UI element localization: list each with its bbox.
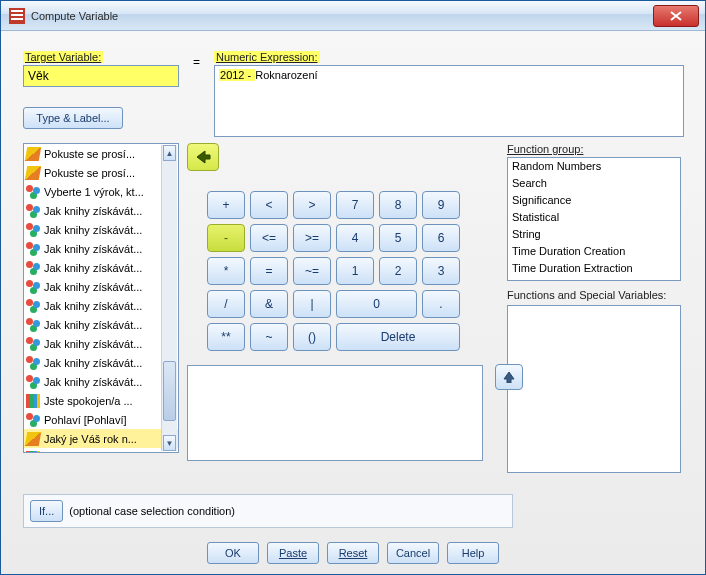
variable-item[interactable]: Vyberte 1 výrok, kt... bbox=[24, 182, 178, 201]
function-group-item[interactable]: Significance bbox=[508, 192, 680, 209]
function-group-item[interactable]: String bbox=[508, 226, 680, 243]
ok-button[interactable]: OK bbox=[207, 542, 259, 564]
function-group-item[interactable]: Time Duration Extraction bbox=[508, 260, 680, 277]
keypad-key-op[interactable]: < bbox=[250, 191, 288, 219]
keypad-key-op[interactable]: + bbox=[207, 191, 245, 219]
nominal-icon bbox=[26, 223, 40, 237]
keypad-key-op[interactable]: & bbox=[250, 290, 288, 318]
keypad-key-op[interactable]: * bbox=[207, 257, 245, 285]
keypad-key-op[interactable]: | bbox=[293, 290, 331, 318]
keypad-key-9[interactable]: 9 bbox=[422, 191, 460, 219]
variable-item[interactable]: Jaký je Váš rok n... bbox=[24, 429, 178, 448]
variable-label: Jak knihy získávát... bbox=[44, 281, 142, 293]
variable-item[interactable]: Jak knihy získávát... bbox=[24, 372, 178, 391]
scroll-down-icon[interactable]: ▼ bbox=[163, 435, 176, 451]
dialog-button-row: OK Paste Reset Cancel Help bbox=[1, 542, 705, 564]
insert-function-button[interactable] bbox=[495, 364, 523, 390]
function-group-item[interactable]: Statistical bbox=[508, 209, 680, 226]
keypad-key-op[interactable]: = bbox=[250, 257, 288, 285]
keypad-key-7[interactable]: 7 bbox=[336, 191, 374, 219]
keypad-key-op[interactable]: / bbox=[207, 290, 245, 318]
functions-special-list[interactable] bbox=[507, 305, 681, 473]
variable-label: Jak knihy získávát... bbox=[44, 300, 142, 312]
title-bar[interactable]: Compute Variable bbox=[1, 1, 705, 31]
close-icon bbox=[670, 11, 682, 21]
cancel-button[interactable]: Cancel bbox=[387, 542, 439, 564]
reset-button[interactable]: Reset bbox=[327, 542, 379, 564]
keypad-key-5[interactable]: 5 bbox=[379, 224, 417, 252]
variable-list[interactable]: Pokuste se prosí...Pokuste se prosí...Vy… bbox=[23, 143, 179, 453]
type-and-label-button[interactable]: Type & Label... bbox=[23, 107, 123, 129]
variable-label: Jaký je Váš rok n... bbox=[44, 433, 137, 445]
keypad-key-2[interactable]: 2 bbox=[379, 257, 417, 285]
variable-label: Pokuste se prosí... bbox=[44, 148, 135, 160]
keypad-key-op[interactable]: . bbox=[422, 290, 460, 318]
variable-item[interactable]: Pokuste se prosí... bbox=[24, 144, 178, 163]
variable-label: Vyberte 1 výrok, kt... bbox=[44, 186, 144, 198]
keypad-key-3[interactable]: 3 bbox=[422, 257, 460, 285]
keypad-key-op[interactable]: > bbox=[293, 191, 331, 219]
keypad-key-op[interactable]: - bbox=[207, 224, 245, 252]
variable-label: Jak knihy získávát... bbox=[44, 243, 142, 255]
scroll-up-icon[interactable]: ▲ bbox=[163, 145, 176, 161]
close-button[interactable] bbox=[653, 5, 699, 27]
help-button[interactable]: Help bbox=[447, 542, 499, 564]
keypad-key-opop[interactable]: ~= bbox=[293, 257, 331, 285]
bars-icon bbox=[26, 394, 40, 408]
variable-list-scrollbar[interactable]: ▲ ▼ bbox=[161, 145, 177, 451]
nominal-icon bbox=[26, 318, 40, 332]
variable-item[interactable]: Jak knihy získávát... bbox=[24, 277, 178, 296]
keypad-key-1[interactable]: 1 bbox=[336, 257, 374, 285]
nominal-icon bbox=[26, 413, 40, 427]
dialog-content: Target Variable: Type & Label... = Numer… bbox=[1, 31, 705, 574]
nominal-icon bbox=[26, 375, 40, 389]
function-group-item[interactable]: Random Numbers bbox=[508, 158, 680, 175]
function-group-list[interactable]: Random NumbersSearchSignificanceStatisti… bbox=[507, 157, 681, 281]
nominal-icon bbox=[26, 185, 40, 199]
variable-label: Jak knihy získávát... bbox=[44, 338, 142, 350]
compute-variable-dialog: Compute Variable Target Variable: Type &… bbox=[0, 0, 706, 575]
functions-special-label: Functions and Special Variables: bbox=[507, 289, 683, 301]
variable-item[interactable]: Jak knihy získávát... bbox=[24, 201, 178, 220]
function-group-item[interactable]: Time Duration Creation bbox=[508, 243, 680, 260]
variable-item[interactable]: Jak knihy získávát... bbox=[24, 239, 178, 258]
equals-sign: = bbox=[193, 55, 200, 69]
keypad-key-opop[interactable]: ** bbox=[207, 323, 245, 351]
variable-item[interactable]: Jak knihy získávát... bbox=[24, 353, 178, 372]
keypad-key-6[interactable]: 6 bbox=[422, 224, 460, 252]
scroll-thumb[interactable] bbox=[163, 361, 176, 421]
keypad-key-opop[interactable]: () bbox=[293, 323, 331, 351]
variable-item[interactable]: Pohlaví [Pohlaví] bbox=[24, 410, 178, 429]
variable-item[interactable]: Jaké je Vaše vzd... bbox=[24, 448, 178, 453]
variable-item[interactable]: Jak knihy získávát... bbox=[24, 258, 178, 277]
move-to-expression-button[interactable] bbox=[187, 143, 219, 171]
numeric-expression-label: Numeric Expression: bbox=[214, 51, 684, 63]
function-group-label: Function group: bbox=[507, 143, 683, 155]
if-button[interactable]: If... bbox=[30, 500, 63, 522]
variable-item[interactable]: Jak knihy získávát... bbox=[24, 334, 178, 353]
pencil-icon bbox=[25, 166, 41, 180]
function-group-item[interactable]: Search bbox=[508, 175, 680, 192]
variable-label: Jak knihy získávát... bbox=[44, 319, 142, 331]
variable-label: Jak knihy získávát... bbox=[44, 224, 142, 236]
variable-item[interactable]: Jak knihy získávát... bbox=[24, 296, 178, 315]
numeric-expression-input[interactable]: 2012 - Roknarození bbox=[214, 65, 684, 137]
keypad-key-Delete[interactable]: Delete bbox=[336, 323, 460, 351]
nominal-icon bbox=[26, 242, 40, 256]
variable-label: Jaké je Vaše vzd... bbox=[44, 452, 136, 454]
paste-button[interactable]: Paste bbox=[267, 542, 319, 564]
variable-label: Jak knihy získávát... bbox=[44, 205, 142, 217]
variable-item[interactable]: Jak knihy získávát... bbox=[24, 315, 178, 334]
target-variable-input[interactable] bbox=[23, 65, 179, 87]
keypad-key-4[interactable]: 4 bbox=[336, 224, 374, 252]
keypad-key-op[interactable]: ~ bbox=[250, 323, 288, 351]
keypad-key-8[interactable]: 8 bbox=[379, 191, 417, 219]
keypad-key-opop[interactable]: >= bbox=[293, 224, 331, 252]
keypad-key-opop[interactable]: <= bbox=[250, 224, 288, 252]
variable-item[interactable]: Pokuste se prosí... bbox=[24, 163, 178, 182]
if-condition-text: (optional case selection condition) bbox=[69, 505, 235, 517]
variable-item[interactable]: Jak knihy získávát... bbox=[24, 220, 178, 239]
variable-item[interactable]: Jste spokojen/a ... bbox=[24, 391, 178, 410]
keypad-key-0[interactable]: 0 bbox=[336, 290, 417, 318]
arrow-up-icon bbox=[503, 371, 515, 383]
